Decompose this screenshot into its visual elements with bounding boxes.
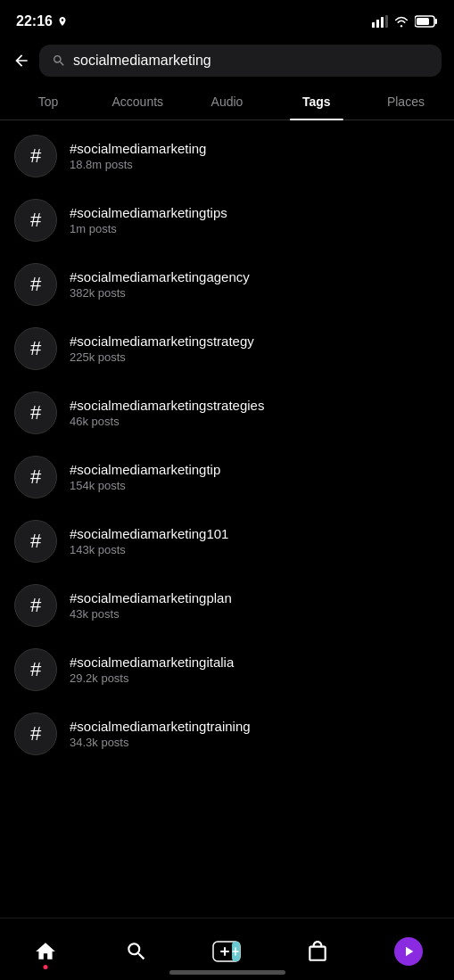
hashtag-circle-icon: # xyxy=(14,135,57,177)
tab-audio[interactable]: Audio xyxy=(182,86,271,119)
hashtag-list: # #socialmediamarketing 18.8m posts # #s… xyxy=(0,120,454,770)
search-container: socialmediamarketing xyxy=(0,39,454,86)
hashtag-count: 1m posts xyxy=(70,222,227,235)
hashtag-item[interactable]: # #socialmediamarketingstrategies 46k po… xyxy=(0,381,454,445)
hashtag-item[interactable]: # #socialmediamarketingagency 382k posts xyxy=(0,252,454,317)
hashtag-circle-icon: # xyxy=(14,263,57,306)
hashtag-info: #socialmediamarketingstrategy 225k posts xyxy=(70,334,254,364)
hashtag-info: #socialmediamarketing 18.8m posts xyxy=(70,141,206,171)
tab-bar: Top Accounts Audio Tags Places xyxy=(0,86,454,120)
hashtag-info: #socialmediamarketingtip 154k posts xyxy=(70,462,220,492)
hashtag-item[interactable]: # #socialmediamarketingtraining 34.3k po… xyxy=(0,702,454,766)
hashtag-circle-icon: # xyxy=(14,327,57,370)
hashtag-item[interactable]: # #socialmediamarketingtip 154k posts xyxy=(0,445,454,509)
hashtag-name: #socialmediamarketing xyxy=(70,141,206,156)
home-active-dot xyxy=(43,965,47,969)
hashtag-count: 46k posts xyxy=(70,415,264,428)
svg-rect-0 xyxy=(372,22,375,28)
hashtag-info: #socialmediamarketing101 143k posts xyxy=(70,526,228,556)
hashtag-circle-icon: # xyxy=(14,712,57,755)
svg-rect-5 xyxy=(435,19,438,24)
hashtag-count: 18.8m posts xyxy=(70,158,206,171)
hashtag-item[interactable]: # #socialmediamarketing 18.8m posts xyxy=(0,124,454,188)
home-indicator xyxy=(169,970,285,975)
hashtag-item[interactable]: # #socialmediamarketingstrategy 225k pos… xyxy=(0,317,454,381)
search-icon xyxy=(52,54,66,68)
hashtag-count: 29.2k posts xyxy=(70,671,234,685)
svg-rect-2 xyxy=(381,17,384,28)
tab-places[interactable]: Places xyxy=(361,86,450,119)
hashtag-count: 225k posts xyxy=(70,350,254,364)
svg-rect-6 xyxy=(417,18,429,25)
hashtag-count: 43k posts xyxy=(70,607,232,621)
nav-search-icon xyxy=(125,940,148,963)
status-time: 22:16 xyxy=(16,13,68,29)
hashtag-item[interactable]: # #socialmediamarketingitalia 29.2k post… xyxy=(0,638,454,702)
hashtag-item[interactable]: # #socialmediamarketingtips 1m posts xyxy=(0,188,454,252)
hashtag-item[interactable]: # #socialmediamarketingplan 43k posts xyxy=(0,573,454,638)
tab-accounts[interactable]: Accounts xyxy=(93,86,182,119)
search-bar[interactable]: socialmediamarketing xyxy=(39,45,442,77)
back-button[interactable] xyxy=(12,52,30,70)
hashtag-info: #socialmediamarketingtraining 34.3k post… xyxy=(70,719,251,749)
nav-home[interactable] xyxy=(23,932,68,971)
tab-top[interactable]: Top xyxy=(4,86,93,119)
status-icons xyxy=(372,15,438,28)
hashtag-info: #socialmediamarketingplan 43k posts xyxy=(70,590,232,621)
hashtag-info: #socialmediamarketingtips 1m posts xyxy=(70,205,227,235)
hashtag-info: #socialmediamarketingstrategies 46k post… xyxy=(70,398,264,428)
hashtag-name: #socialmediamarketingagency xyxy=(70,269,250,284)
hashtag-circle-icon: # xyxy=(14,391,57,434)
search-query: socialmediamarketing xyxy=(73,53,211,69)
hashtag-name: #socialmediamarketingitalia xyxy=(70,655,234,670)
hashtag-circle-icon: # xyxy=(14,648,57,691)
nav-shop[interactable] xyxy=(295,932,340,971)
nav-search[interactable] xyxy=(114,932,159,971)
hashtag-circle-icon: # xyxy=(14,199,57,242)
location-icon xyxy=(57,16,68,27)
hashtag-count: 154k posts xyxy=(70,479,220,492)
tab-tags[interactable]: Tags xyxy=(272,86,361,119)
hashtag-info: #socialmediamarketingagency 382k posts xyxy=(70,269,250,300)
hashtag-count: 143k posts xyxy=(70,543,228,556)
hashtag-name: #socialmediamarketingplan xyxy=(70,590,232,605)
hashtag-name: #socialmediamarketingtraining xyxy=(70,719,251,734)
home-icon xyxy=(34,940,57,963)
hashtag-circle-icon: # xyxy=(14,456,57,498)
hashtag-count: 34.3k posts xyxy=(70,736,251,749)
nav-create[interactable] xyxy=(204,932,249,971)
profile-avatar xyxy=(394,937,423,966)
svg-rect-1 xyxy=(376,20,379,28)
signal-icon xyxy=(372,15,388,28)
create-icon xyxy=(212,940,241,963)
hashtag-name: #socialmediamarketing101 xyxy=(70,526,228,541)
shop-icon xyxy=(306,940,329,963)
hashtag-name: #socialmediamarketingstrategy xyxy=(70,334,254,349)
svg-rect-3 xyxy=(385,15,388,28)
hashtag-info: #socialmediamarketingitalia 29.2k posts xyxy=(70,655,234,685)
hashtag-name: #socialmediamarketingtips xyxy=(70,205,227,220)
status-bar: 22:16 xyxy=(0,0,454,39)
wifi-icon xyxy=(393,15,409,28)
hashtag-circle-icon: # xyxy=(14,584,57,627)
battery-icon xyxy=(415,15,438,28)
nav-profile[interactable] xyxy=(386,932,431,971)
hashtag-circle-icon: # xyxy=(14,520,57,563)
hashtag-item[interactable]: # #socialmediamarketing101 143k posts xyxy=(0,509,454,573)
hashtag-name: #socialmediamarketingstrategies xyxy=(70,398,264,413)
hashtag-count: 382k posts xyxy=(70,286,250,300)
play-icon xyxy=(400,943,417,959)
hashtag-name: #socialmediamarketingtip xyxy=(70,462,220,477)
